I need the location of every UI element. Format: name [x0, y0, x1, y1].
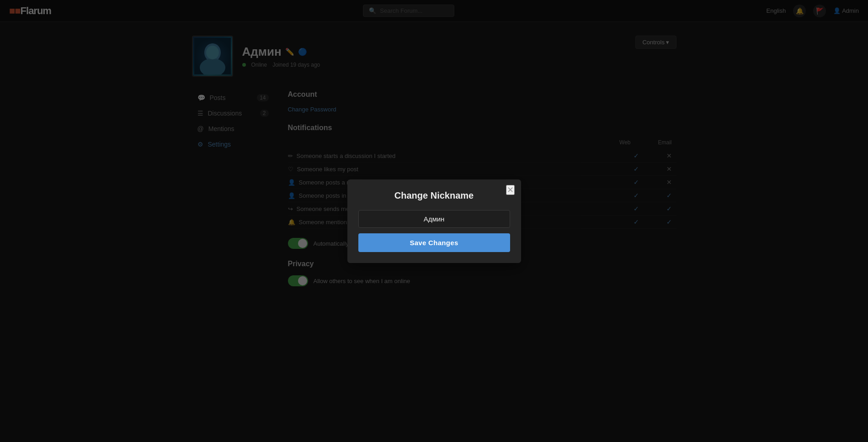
modal-overlay[interactable]: ✕ Change Nickname Save Changes [0, 0, 868, 442]
change-nickname-modal: ✕ Change Nickname Save Changes [347, 179, 521, 263]
modal-title: Change Nickname [358, 190, 510, 201]
save-changes-button[interactable]: Save Changes [358, 233, 510, 252]
nickname-input[interactable] [358, 210, 510, 228]
modal-close-button[interactable]: ✕ [506, 185, 515, 195]
